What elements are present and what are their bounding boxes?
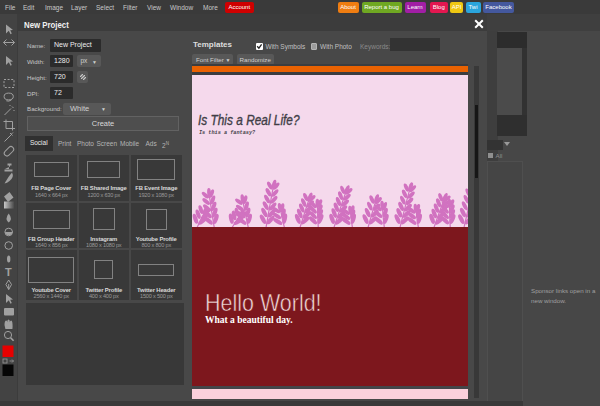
svg-text:T: T [5,266,12,278]
